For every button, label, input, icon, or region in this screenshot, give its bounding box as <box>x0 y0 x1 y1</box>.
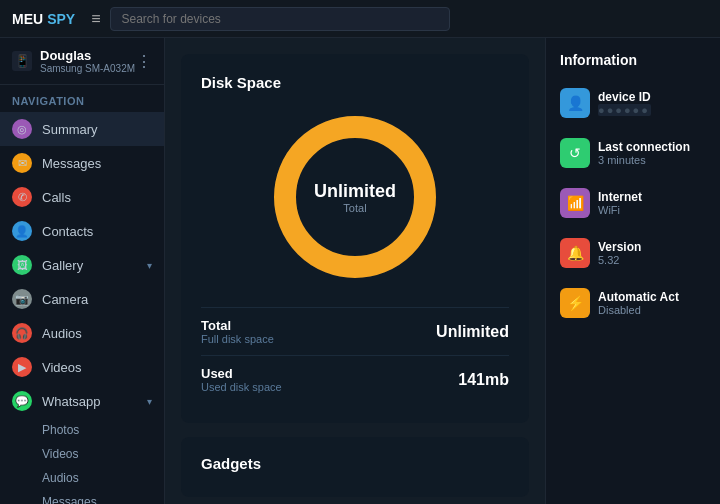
gadgets-card: Gadgets <box>181 437 529 497</box>
sidebar: 📱 Douglas Samsung SM-A032M ⋮ Navigation … <box>0 38 165 504</box>
phone-icon: 📱 <box>12 51 32 71</box>
content-area: Disk Space Unlimited Total <box>165 38 545 504</box>
device-info: 📱 Douglas Samsung SM-A032M <box>12 48 135 74</box>
donut-label: Total <box>314 202 396 214</box>
internet-icon: 📶 <box>560 188 590 218</box>
device-model: Samsung SM-A032M <box>40 63 135 74</box>
sidebar-item-label-contacts: Contacts <box>42 224 93 239</box>
internet-value: WiFi <box>598 204 642 216</box>
version-details: Version 5.32 <box>598 240 641 266</box>
last-connection-value: 3 minutes <box>598 154 690 166</box>
search-input[interactable] <box>110 7 450 31</box>
nav-section-label: Navigation <box>0 85 164 112</box>
disk-used-sub: Used disk space <box>201 381 282 393</box>
sidebar-sub-audios[interactable]: Audios <box>0 466 164 490</box>
sidebar-item-label-audios: Audios <box>42 326 82 341</box>
disk-used-info: Used Used disk space <box>201 366 282 393</box>
disk-used-label: Used <box>201 366 282 381</box>
sidebar-item-videos[interactable]: ▶ Videos <box>0 350 164 384</box>
disk-total-info: Total Full disk space <box>201 318 274 345</box>
logo: MEUSPY <box>12 11 75 27</box>
sidebar-item-label-camera: Camera <box>42 292 88 307</box>
version-label: Version <box>598 240 641 254</box>
disk-space-card: Disk Space Unlimited Total <box>181 54 529 423</box>
more-options-icon[interactable]: ⋮ <box>136 52 152 71</box>
version-value: 5.32 <box>598 254 641 266</box>
device-id-label: device ID <box>598 90 651 104</box>
info-automatic-act: ⚡ Automatic Act Disabled <box>560 282 706 324</box>
last-connection-label: Last connection <box>598 140 690 154</box>
sidebar-sub-photos[interactable]: Photos <box>0 418 164 442</box>
sidebar-item-label-videos: Videos <box>42 360 82 375</box>
camera-icon: 📷 <box>12 289 32 309</box>
internet-details: Internet WiFi <box>598 190 642 216</box>
last-connection-icon: ↺ <box>560 138 590 168</box>
audios-icon: 🎧 <box>12 323 32 343</box>
automatic-act-value: Disabled <box>598 304 679 316</box>
disk-total-sub: Full disk space <box>201 333 274 345</box>
disk-used-row: Used Used disk space 141mb <box>201 355 509 403</box>
version-icon: 🔔 <box>560 238 590 268</box>
disk-total-value: Unlimited <box>436 323 509 341</box>
donut-center: Unlimited Total <box>314 181 396 214</box>
whatsapp-chevron-icon: ▾ <box>147 396 152 407</box>
gallery-chevron-icon: ▾ <box>147 260 152 271</box>
sidebar-item-summary[interactable]: ◎ Summary <box>0 112 164 146</box>
info-version: 🔔 Version 5.32 <box>560 232 706 274</box>
donut-value: Unlimited <box>314 181 396 202</box>
internet-label: Internet <box>598 190 642 204</box>
gadgets-title: Gadgets <box>201 455 509 472</box>
device-name: Douglas <box>40 48 135 63</box>
disk-space-inner: Unlimited Total Total Full disk space Un… <box>201 107 509 403</box>
menu-icon[interactable]: ≡ <box>91 10 100 28</box>
sidebar-item-label-messages: Messages <box>42 156 101 171</box>
disk-total-row: Total Full disk space Unlimited <box>201 307 509 355</box>
info-last-connection: ↺ Last connection 3 minutes <box>560 132 706 174</box>
sidebar-item-audios[interactable]: 🎧 Audios <box>0 316 164 350</box>
device-id-icon: 👤 <box>560 88 590 118</box>
sidebar-item-contacts[interactable]: 👤 Contacts <box>0 214 164 248</box>
main-layout: 📱 Douglas Samsung SM-A032M ⋮ Navigation … <box>0 38 720 504</box>
topbar: MEUSPY ≡ <box>0 0 720 38</box>
automatic-act-label: Automatic Act <box>598 290 679 304</box>
sidebar-item-calls[interactable]: ✆ Calls <box>0 180 164 214</box>
gallery-icon: 🖼 <box>12 255 32 275</box>
contacts-icon: 👤 <box>12 221 32 241</box>
whatsapp-icon: 💬 <box>12 391 32 411</box>
sidebar-item-label-gallery: Gallery <box>42 258 83 273</box>
sidebar-item-label-summary: Summary <box>42 122 98 137</box>
videos-icon: ▶ <box>12 357 32 377</box>
logo-meu: MEU <box>12 11 43 27</box>
automatic-act-details: Automatic Act Disabled <box>598 290 679 316</box>
device-details: Douglas Samsung SM-A032M <box>40 48 135 74</box>
disk-donut-chart: Unlimited Total <box>265 107 445 287</box>
automatic-act-icon: ⚡ <box>560 288 590 318</box>
summary-icon: ◎ <box>12 119 32 139</box>
info-internet: 📶 Internet WiFi <box>560 182 706 224</box>
sidebar-sub-messages[interactable]: Messages <box>0 490 164 504</box>
device-section: 📱 Douglas Samsung SM-A032M ⋮ <box>0 38 164 85</box>
disk-stats: Total Full disk space Unlimited Used Use… <box>201 307 509 403</box>
disk-space-title: Disk Space <box>201 74 509 91</box>
right-panel: Information 👤 device ID ↺ Last connectio… <box>545 38 720 504</box>
sidebar-sub-videos[interactable]: Videos <box>0 442 164 466</box>
info-device-id: 👤 device ID <box>560 82 706 124</box>
messages-icon: ✉ <box>12 153 32 173</box>
sidebar-item-messages[interactable]: ✉ Messages <box>0 146 164 180</box>
sidebar-item-label-whatsapp: Whatsapp <box>42 394 101 409</box>
calls-icon: ✆ <box>12 187 32 207</box>
disk-total-label: Total <box>201 318 274 333</box>
logo-spy: SPY <box>47 11 75 27</box>
sidebar-item-camera[interactable]: 📷 Camera <box>0 282 164 316</box>
sidebar-item-gallery[interactable]: 🖼 Gallery ▾ <box>0 248 164 282</box>
sidebar-item-label-calls: Calls <box>42 190 71 205</box>
sidebar-item-whatsapp[interactable]: 💬 Whatsapp ▾ <box>0 384 164 418</box>
disk-used-value: 141mb <box>458 371 509 389</box>
last-connection-details: Last connection 3 minutes <box>598 140 690 166</box>
information-title: Information <box>560 52 706 68</box>
device-id-details: device ID <box>598 90 651 116</box>
device-id-value <box>598 104 651 116</box>
